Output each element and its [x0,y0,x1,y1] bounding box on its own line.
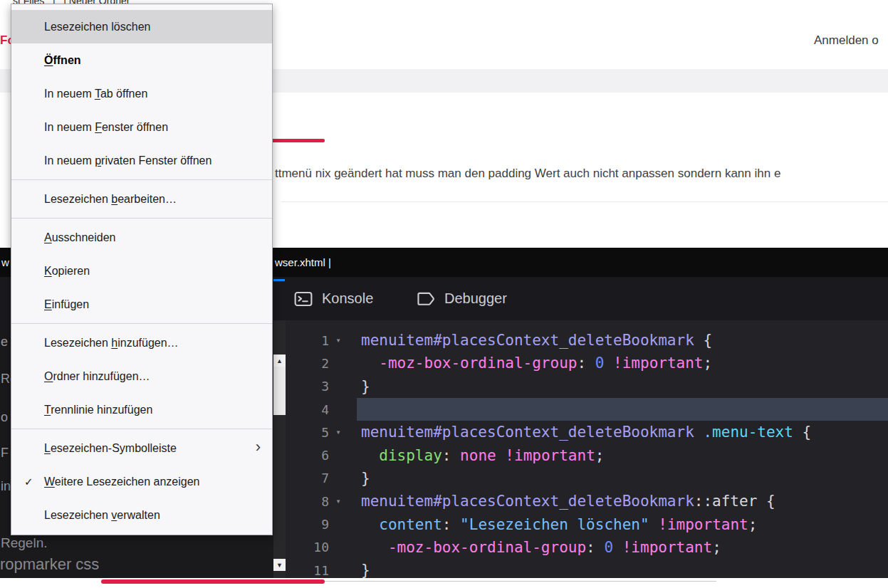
code-line[interactable]: 6 display: none !important; [286,443,888,466]
line-number: 4 [286,402,329,417]
menu-item[interactable]: Kopieren [11,254,272,288]
menu-item-label: Ordner hinzufügen… [44,370,150,383]
fold-arrow-icon[interactable]: ▾ [330,335,346,345]
line-number: 11 [286,563,329,578]
menu-item-label: Lesezeichen hinzufügen… [44,337,179,350]
fold-arrow-icon[interactable]: ▾ [330,496,346,506]
menu-item-label: Lesezeichen verwalten [44,509,160,522]
sidebar-text-fragment: F [1,446,9,461]
code-line[interactable]: 8▾menuitem#placesContext_deleteBookmark:… [286,490,888,513]
code-text: menuitem#placesContext_deleteBookmark::a… [361,493,775,510]
scroll-up-button[interactable]: ▲ [273,355,286,367]
sidebar-text-fragment: e [1,335,8,350]
fold-arrow-icon[interactable]: ▾ [330,427,346,437]
code-text: } [361,562,370,578]
titlebar-text-fragment: w [1,256,9,268]
menu-item-label: Trennlinie hinzufügen [44,404,152,416]
menu-item[interactable]: Lesezeichen hinzufügen… [11,326,272,359]
page-bottom-strip [0,578,888,588]
menu-item[interactable]: Lesezeichen löschen [11,10,272,43]
debugger-icon [417,290,435,308]
menu-separator [11,179,272,180]
bookmark-context-menu: Lesezeichen löschenÖffnenIn neuem Tab öf… [11,4,273,535]
menu-item[interactable]: Öffnen [11,43,272,77]
checkmark-icon: ✓ [24,476,33,488]
line-number: 6 [286,448,329,463]
sidebar-scrollbar[interactable]: ▲ ▼ [273,320,286,578]
menu-item-label: Weitere Lesezeichen anzeigen [44,476,200,488]
code-line[interactable]: 5▾menuitem#placesContext_deleteBookmark … [286,421,888,443]
menu-item[interactable]: Lesezeichen-Symbolleiste› [11,431,272,465]
menu-item[interactable]: Ausschneiden [11,221,272,254]
code-text: -moz-box-ordinal-group: 0 !important; [361,539,721,556]
sidebar-text-fragment: o [1,410,8,425]
code-line[interactable]: 9 content: "Lesezeichen löschen" !import… [286,513,888,535]
menu-item[interactable]: Einfügen [11,288,272,321]
bottom-tab-indicator [101,579,325,584]
menu-item-label: In neuem Fenster öffnen [44,121,168,134]
menu-item-label: In neuem Tab öffnen [44,88,147,100]
screen: st Files | | Neuer Ordner Fo Anmelden o … [0,0,888,588]
menu-item[interactable]: In neuem Tab öffnen [11,77,272,110]
menu-item-label: In neuem privaten Fenster öffnen [44,154,211,167]
code-text: } [361,378,370,395]
menu-item[interactable]: In neuem Fenster öffnen [11,110,272,144]
bottom-divider-line [325,581,716,582]
menu-item-label: Ausschneiden [44,231,116,244]
tab-konsole[interactable]: Konsole [294,277,373,320]
code-line[interactable]: 1▾menuitem#placesContext_deleteBookmark … [286,329,888,352]
tab-label: Konsole [322,290,373,307]
line-number: 2 [286,356,329,371]
code-line[interactable]: 2 -moz-box-ordinal-group: 0 !important; [286,352,888,374]
code-text: } [361,470,370,487]
submenu-arrow-icon: › [256,439,261,455]
tab-debugger[interactable]: Debugger [417,277,507,320]
stylesheet-rules-count-fragment: Regeln. [1,535,48,551]
code-text: content: "Lesezeichen löschen" !importan… [361,516,757,533]
line-number: 8 [286,494,329,509]
menu-item-label: Lesezeichen-Symbolleiste [44,442,177,455]
line-number: 10 [286,540,329,555]
active-tab-indicator [273,279,285,281]
menu-item[interactable]: Trennlinie hinzufügen [11,393,272,426]
sidebar-text-fragment: in [1,479,11,494]
line-number: 9 [286,517,329,532]
code-line[interactable]: 11} [286,559,888,578]
code-text: menuitem#placesContext_deleteBookmark { [361,332,712,349]
menu-item[interactable]: Lesezeichen bearbeiten… [11,182,272,216]
menu-item-label: Lesezeichen löschen [44,21,150,33]
css-source-editor[interactable]: 1▾menuitem#placesContext_deleteBookmark … [286,320,888,578]
menu-item[interactable]: In neuem privaten Fenster öffnen [11,144,272,177]
menu-item-label: Einfügen [44,298,89,311]
tab-label: Debugger [444,290,507,307]
menu-separator [11,429,272,429]
scroll-down-button[interactable]: ▼ [273,559,286,571]
menu-item[interactable]: Ordner hinzufügen… [11,359,272,393]
code-line[interactable]: 3} [286,375,888,398]
code-line[interactable]: 7} [286,467,888,490]
editor-lines: 1▾menuitem#placesContext_deleteBookmark … [286,329,888,578]
menu-item-label: Kopieren [44,265,90,278]
code-line[interactable]: 4 [286,398,888,421]
menu-separator [11,218,272,219]
code-line[interactable]: 10 -moz-box-ordinal-group: 0 !important; [286,536,888,559]
stylesheet-name-fragment: ropmarker css [0,555,99,574]
line-number: 5 [286,425,329,440]
code-text: display: none !important; [361,447,604,464]
line-number: 1 [286,333,329,348]
code-text: menuitem#placesContext_deleteBookmark .m… [361,424,811,441]
menu-item-label: Öffnen [44,54,81,67]
menu-item[interactable]: ✓Weitere Lesezeichen anzeigen [11,465,272,498]
titlebar-title: wser.xhtml | [275,256,331,268]
code-text: -moz-box-ordinal-group: 0 !important; [361,355,712,372]
menu-separator [11,323,272,324]
menu-item[interactable]: Lesezeichen verwalten [11,498,272,532]
scrollbar-thumb[interactable] [273,367,286,415]
menu-item-label: Lesezeichen bearbeiten… [44,193,177,206]
line-number: 7 [286,471,329,485]
line-number: 3 [286,379,329,394]
konsole-icon [294,290,313,308]
